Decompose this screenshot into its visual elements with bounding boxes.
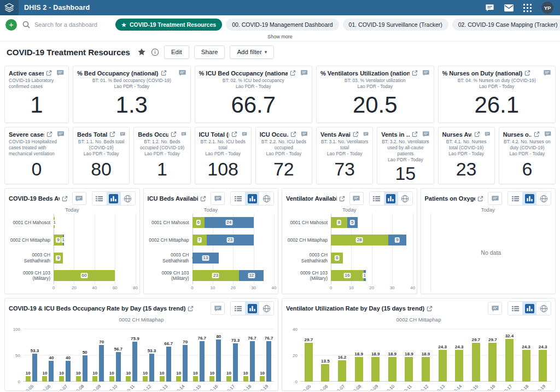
bar[interactable]: 10: [243, 376, 248, 382]
show-more-link[interactable]: Show more: [267, 34, 293, 39]
bar[interactable]: 10: [26, 376, 31, 382]
open-in-new-icon[interactable]: [427, 306, 433, 312]
chart-view-button[interactable]: [522, 302, 536, 315]
share-button[interactable]: Share: [194, 45, 225, 59]
value-card[interactable]: ICU Total (nat… BT: 2.1. No. ICU beds to…: [195, 127, 252, 184]
bar[interactable]: 76.7: [266, 341, 271, 382]
chart-view-button[interactable]: [522, 192, 536, 205]
bar[interactable]: 24.3: [539, 350, 547, 382]
chart-view-button[interactable]: [107, 192, 121, 205]
table-view-button[interactable]: [231, 192, 245, 205]
table-view-button[interactable]: [92, 192, 107, 205]
bar[interactable]: 13.5: [321, 364, 329, 382]
comments-button[interactable]: [488, 192, 502, 205]
chart-card[interactable]: COVID-19 Beds Availa… Today 0001 CH Maho…: [4, 188, 140, 294]
open-in-new-icon[interactable]: [161, 70, 167, 76]
bar[interactable]: 29.7: [305, 343, 313, 382]
chart-view-button[interactable]: [245, 302, 259, 315]
comments-button[interactable]: [488, 302, 502, 315]
open-in-new-icon[interactable]: [231, 131, 237, 137]
value-card[interactable]: % Ventilators Utilization (national) BT:…: [316, 66, 434, 123]
bar[interactable]: 76.7: [200, 341, 205, 382]
bar[interactable]: 18.9: [405, 357, 413, 382]
open-in-new-icon[interactable]: [200, 196, 206, 202]
bar[interactable]: 56.7: [116, 352, 121, 382]
comments-button[interactable]: [211, 302, 225, 315]
chart-card[interactable]: Patients on Oxygen by Ho… Today No data: [421, 188, 556, 294]
messages-icon[interactable]: [504, 4, 514, 11]
bar[interactable]: 53.3: [32, 354, 37, 382]
bar[interactable]: 18.9: [422, 357, 430, 382]
bar[interactable]: 18.9: [371, 357, 380, 382]
bar[interactable]: 10: [76, 376, 81, 382]
bar[interactable]: 70: [99, 345, 104, 382]
table-view-button[interactable]: [231, 302, 245, 315]
value-card[interactable]: Nurses o… BT: 4.2. No. Nurses on duty (C…: [499, 127, 556, 184]
map-view-button[interactable]: [259, 192, 273, 205]
open-in-new-icon[interactable]: [171, 131, 177, 137]
map-view-button[interactable]: [398, 192, 412, 205]
bar[interactable]: 18.9: [388, 357, 396, 382]
bar[interactable]: 29.7: [472, 343, 480, 382]
bar[interactable]: 70: [183, 345, 188, 382]
value-card[interactable]: Vents in … BT: 3.2. No. Ventilators used…: [377, 127, 434, 184]
bar[interactable]: 24.3: [522, 350, 530, 382]
open-in-new-icon[interactable]: [290, 70, 296, 76]
bar[interactable]: 29.7: [488, 343, 497, 382]
bar[interactable]: 10: [160, 376, 165, 382]
open-in-new-icon[interactable]: [412, 131, 418, 137]
bar[interactable]: 10: [260, 376, 265, 382]
bar[interactable]: 16.2: [338, 360, 346, 382]
open-in-new-icon[interactable]: [62, 196, 68, 202]
dhis2-logo[interactable]: [0, 0, 19, 15]
dashboard-chip[interactable]: 00. COVID-19 Management Dashboard: [226, 19, 339, 31]
open-in-new-icon[interactable]: [290, 131, 296, 137]
map-view-button[interactable]: [536, 302, 551, 315]
open-in-new-icon[interactable]: [534, 131, 540, 137]
star-dashboard-icon[interactable]: [137, 48, 146, 56]
value-card[interactable]: % Nurses on Duty (national) BT: 04. % Nu…: [438, 66, 556, 123]
table-view-button[interactable]: [370, 192, 384, 205]
dashboard-chip[interactable]: ★COVID-19 Treatment Resources: [115, 19, 222, 31]
bar[interactable]: 80: [216, 340, 221, 382]
add-filter-button[interactable]: Add filter▾: [230, 45, 274, 59]
map-view-button[interactable]: [121, 192, 135, 205]
bar[interactable]: 50: [83, 355, 88, 382]
open-in-new-icon[interactable]: [412, 70, 418, 76]
chart-view-button[interactable]: [384, 192, 398, 205]
interpretations-icon[interactable]: [485, 4, 494, 12]
bar[interactable]: 24.3: [455, 350, 463, 382]
open-in-new-icon[interactable]: [474, 131, 480, 137]
dashboard-chip[interactable]: 02. COVID-19 Case Mapping (Tracker): [452, 19, 560, 31]
open-in-new-icon[interactable]: [46, 131, 52, 137]
edit-button[interactable]: Edit: [164, 45, 189, 59]
chart-card[interactable]: Ventilator Utilization Rate by Day (15 d…: [282, 298, 556, 391]
bar[interactable]: 24.3: [439, 350, 447, 382]
bar[interactable]: 40: [49, 361, 54, 382]
chart-card[interactable]: ICU Beds Availability by Hos… Today 0001…: [143, 188, 279, 294]
comments-button[interactable]: [211, 192, 225, 205]
open-in-new-icon[interactable]: [109, 131, 115, 137]
bar[interactable]: 10: [92, 376, 97, 382]
table-view-button[interactable]: [508, 192, 522, 205]
map-view-button[interactable]: [259, 302, 273, 315]
bar[interactable]: 10: [59, 376, 64, 382]
bar[interactable]: 53.3: [149, 354, 154, 382]
table-view-button[interactable]: [508, 302, 522, 315]
open-in-new-icon[interactable]: [353, 131, 359, 137]
bar[interactable]: 10: [109, 376, 114, 382]
bar[interactable]: 73.3: [233, 343, 238, 382]
value-card[interactable]: Beds Total (n… BT: 1.1. No. Beds total (…: [73, 127, 130, 184]
chart-view-button[interactable]: [245, 192, 259, 205]
value-card[interactable]: ICU Occu… BT: 2.2. No. ICU beds occupied…: [255, 127, 312, 184]
open-in-new-icon[interactable]: [339, 196, 345, 202]
bar[interactable]: 32.4: [505, 339, 514, 382]
chart-card[interactable]: COVID-19 & ICU Beds Occupancy Rate by Da…: [4, 298, 278, 391]
open-in-new-icon[interactable]: [46, 70, 52, 76]
value-card[interactable]: Beds Occupie… BT: 1.2. No. Beds occupied…: [133, 127, 190, 184]
bar[interactable]: 66.7: [166, 347, 171, 382]
new-dashboard-button[interactable]: +: [5, 19, 17, 31]
bar[interactable]: 76.7: [250, 341, 255, 382]
value-card[interactable]: Vents Availab… BT: 3.1. No. Ventilators …: [316, 127, 373, 184]
value-card[interactable]: Severe cases COVID-19 Hospitalized cases…: [4, 127, 69, 184]
